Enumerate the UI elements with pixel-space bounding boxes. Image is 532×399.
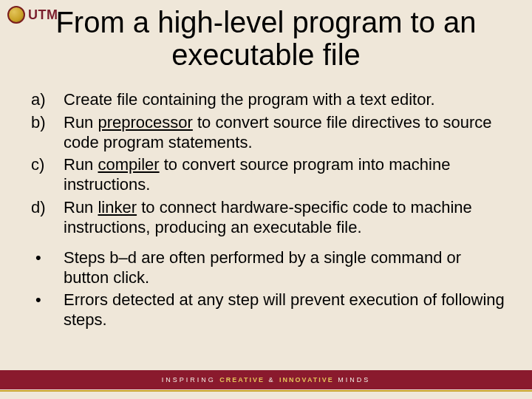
- text-underline: linker: [98, 198, 137, 216]
- list-text: Run compiler to convert source program i…: [64, 155, 510, 195]
- text-pre: Run: [64, 113, 98, 132]
- footer-tagline: INSPIRING CREATIVE & INNOVATIVE MINDS: [162, 376, 371, 383]
- slide-body: a) Create file containing the program wi…: [22, 90, 510, 333]
- bullet-marker: •: [22, 248, 64, 288]
- list-marker: c): [22, 155, 64, 195]
- footer-seg: &: [265, 376, 279, 383]
- list-text: Run linker to connect hardware-specific …: [64, 198, 510, 238]
- bullet-text: Errors detected at any step will prevent…: [64, 290, 510, 330]
- bullet-group: • Steps b–d are often performed by a sin…: [22, 248, 510, 330]
- text-pre: Run: [64, 198, 98, 216]
- bullet-marker: •: [22, 290, 64, 330]
- text-pre: Run: [64, 155, 98, 174]
- list-item: c) Run compiler to convert source progra…: [22, 155, 510, 195]
- text-underline: compiler: [98, 155, 159, 174]
- bullet-text: Steps b–d are often performed by a singl…: [64, 248, 510, 288]
- list-marker: d): [22, 198, 64, 238]
- footer-seg: INSPIRING: [162, 376, 220, 383]
- list-item: a) Create file containing the program wi…: [22, 90, 510, 110]
- list-text: Run preprocessor to convert source file …: [64, 113, 510, 153]
- text-pre: Create file containing the program with …: [64, 90, 435, 109]
- footer-bar: INSPIRING CREATIVE & INNOVATIVE MINDS: [0, 370, 532, 389]
- list-item: • Errors detected at any step will preve…: [22, 290, 510, 330]
- footer-seg-accent: CREATIVE: [219, 376, 265, 383]
- footer-seg: MINDS: [334, 376, 371, 383]
- list-marker: a): [22, 90, 64, 110]
- list-item: b) Run preprocessor to convert source fi…: [22, 113, 510, 153]
- slide: UTM From a high-level program to an exec…: [0, 0, 532, 399]
- footer-seg-accent: INNOVATIVE: [279, 376, 334, 383]
- list-item: • Steps b–d are often performed by a sin…: [22, 248, 510, 288]
- list-text: Create file containing the program with …: [64, 90, 510, 110]
- list-item: d) Run linker to connect hardware-specif…: [22, 198, 510, 238]
- text-underline: preprocessor: [98, 113, 192, 132]
- footer: INSPIRING CREATIVE & INNOVATIVE MINDS: [0, 370, 532, 392]
- footer-accent-line: [0, 390, 532, 392]
- slide-title: From a high-level program to an executab…: [0, 6, 532, 71]
- list-marker: b): [22, 113, 64, 153]
